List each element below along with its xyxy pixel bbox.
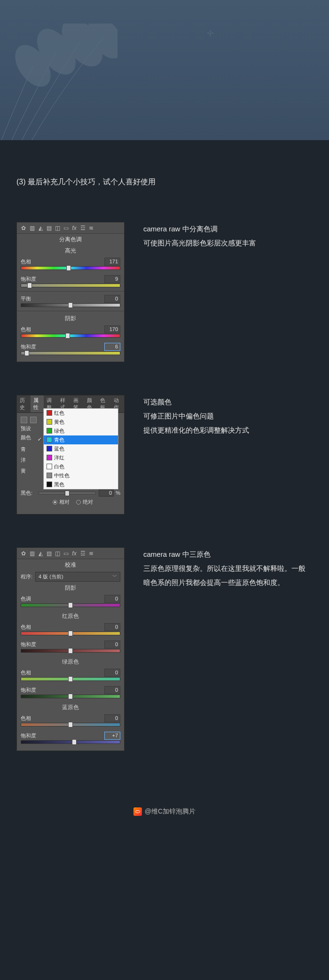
- credit-line: @维C加锌泡腾片: [0, 770, 329, 839]
- tab-properties[interactable]: 属性: [31, 395, 44, 412]
- opt-yellow[interactable]: 黄色: [44, 418, 118, 427]
- highlights-label: 高光: [17, 245, 124, 256]
- radio-relative[interactable]: [53, 500, 57, 505]
- credit-text: @维C加锌泡腾片: [145, 807, 196, 816]
- blue-sat-slider[interactable]: [21, 740, 120, 746]
- shadow-hue-slider[interactable]: [21, 334, 120, 340]
- red-sat-value[interactable]: 0: [104, 640, 120, 648]
- cal-desc-1: camera raw 中三原色: [143, 547, 308, 561]
- opt-red[interactable]: 红色: [44, 409, 118, 418]
- green-sat-value[interactable]: 0: [104, 686, 120, 694]
- highlight-hue-value[interactable]: 171: [104, 258, 120, 266]
- section-selective-color: 历史 属性 调整 样式 画笔 颜色 色板 动作 预设: [16, 395, 308, 514]
- calibration-icon-tabs[interactable]: ✿ ▥ ◭ ▤ ◫ ▭ fx ☲ ≋: [17, 548, 124, 559]
- cal-shadows-label: 阴影: [17, 583, 124, 593]
- black-slider[interactable]: [39, 492, 96, 494]
- selective-color-panel: 历史 属性 调整 样式 画笔 颜色 色板 动作 预设: [16, 395, 125, 514]
- calibration-icon[interactable]: ☲: [79, 550, 86, 557]
- hue-label: 色相: [21, 258, 39, 265]
- hsl-icon[interactable]: ▤: [45, 225, 53, 231]
- opt-green[interactable]: 绿色: [44, 427, 118, 435]
- split-toning-desc-1: camera raw 中分离色调: [143, 222, 308, 236]
- process-label: 程序:: [21, 573, 32, 580]
- highlight-hue-slider[interactable]: [21, 266, 120, 272]
- calibration-icon[interactable]: ☲: [79, 225, 86, 231]
- split-toning-panel: ✿ ▥ ◭ ▤ ◫ ▭ fx ☲ ≋ 分离色调 高光 色相 171: [16, 222, 125, 362]
- detail-icon[interactable]: ◭: [37, 550, 44, 557]
- balance-slider[interactable]: [21, 303, 120, 309]
- panel-title: 分离色调: [17, 234, 124, 245]
- effects-icon[interactable]: fx: [70, 550, 78, 557]
- chevron-down-icon: ﹀: [112, 573, 117, 580]
- shadows-label: 阴影: [17, 313, 124, 324]
- red-hue-slider[interactable]: [21, 632, 120, 637]
- presets-icon[interactable]: ≋: [87, 550, 95, 557]
- shadow-hue-label: 色相: [21, 326, 39, 333]
- section-calibration: ✿ ▥ ◭ ▤ ◫ ▭ fx ☲ ≋ 校准 程序: 4 版 (当前): [16, 547, 308, 751]
- tint-value[interactable]: 0: [104, 595, 120, 603]
- hsl-icon[interactable]: ▤: [45, 550, 53, 557]
- red-hue-value[interactable]: 0: [104, 623, 120, 631]
- tone-curve-icon[interactable]: ▥: [28, 225, 36, 231]
- color-dropdown[interactable]: 红色 黄色 绿色 ✓青色 蓝色 洋红 白色 中性色 黑色: [43, 408, 118, 490]
- green-sat-label: 饱和度: [21, 687, 39, 694]
- shadow-sat-slider[interactable]: [21, 351, 120, 357]
- black-slider-value[interactable]: 0: [99, 490, 114, 497]
- opt-cyan[interactable]: ✓青色: [44, 435, 118, 444]
- grass-left: [0, 24, 118, 140]
- effects-icon[interactable]: fx: [70, 225, 78, 231]
- shadow-sat-label: 饱和度: [21, 343, 39, 350]
- shadow-hue-value[interactable]: 170: [104, 325, 120, 333]
- radio-relative-label: 相对: [59, 499, 70, 505]
- red-sat-slider[interactable]: [21, 649, 120, 655]
- split-toning-icon[interactable]: ◫: [54, 225, 61, 231]
- balance-value[interactable]: 0: [104, 295, 120, 303]
- green-hue-slider[interactable]: [21, 677, 120, 683]
- blue-hue-slider[interactable]: [21, 723, 120, 728]
- green-hue-value[interactable]: 0: [104, 669, 120, 677]
- color-row-label: 颜色: [21, 434, 34, 441]
- opt-black[interactable]: 黑色: [44, 480, 118, 489]
- radio-absolute[interactable]: [76, 500, 81, 505]
- section-split-toning: ✿ ▥ ◭ ▤ ◫ ▭ fx ☲ ≋ 分离色调 高光 色相 171: [16, 222, 308, 362]
- presets-icon[interactable]: ≋: [87, 225, 95, 231]
- blue-sat-label: 饱和度: [21, 732, 39, 739]
- process-select[interactable]: 4 版 (当前) ﹀: [35, 572, 120, 582]
- calibration-panel: ✿ ▥ ◭ ▤ ◫ ▭ fx ☲ ≋ 校准 程序: 4 版 (当前): [16, 547, 125, 751]
- adjustment-icon[interactable]: [21, 417, 27, 423]
- selcolor-desc-1: 可选颜色: [143, 395, 308, 409]
- blue-sat-value[interactable]: +7: [104, 732, 120, 740]
- lens-icon[interactable]: ▭: [62, 225, 70, 231]
- selcolor-desc-3: 提供更精准化的色彩调整解决方式: [143, 423, 308, 437]
- detail-icon[interactable]: ◭: [37, 225, 44, 231]
- tint-label: 色调: [21, 595, 39, 602]
- opt-white[interactable]: 白色: [44, 462, 118, 471]
- process-value: 4 版 (当前): [39, 573, 63, 580]
- highlight-sat-value[interactable]: 9: [104, 275, 120, 283]
- split-toning-icon[interactable]: ◫: [54, 550, 61, 557]
- tone-curve-icon[interactable]: ▥: [28, 550, 36, 557]
- split-toning-desc-2: 可使图片高光阴影色彩层次感更丰富: [143, 236, 308, 250]
- green-hue-label: 色相: [21, 669, 39, 676]
- black-slider-label: 黑色:: [21, 490, 36, 497]
- intro-text: (3) 最后补充几个小技巧，试个人喜好使用: [16, 175, 308, 189]
- highlight-sat-slider[interactable]: [21, 284, 120, 289]
- hero-image: ✢: [0, 0, 329, 140]
- opt-neutral[interactable]: 中性色: [44, 471, 118, 480]
- opt-blue[interactable]: 蓝色: [44, 444, 118, 453]
- tab-history[interactable]: 历史: [17, 395, 31, 412]
- shadow-sat-value[interactable]: 6: [104, 343, 120, 351]
- red-primary-label: 红原色: [17, 611, 124, 622]
- opt-magenta[interactable]: 洋红: [44, 453, 118, 462]
- panel-icon-tabs[interactable]: ✿ ▥ ◭ ▤ ◫ ▭ fx ☲ ≋: [17, 222, 124, 234]
- aperture-icon[interactable]: ✿: [20, 550, 27, 557]
- aperture-icon[interactable]: ✿: [20, 225, 27, 231]
- green-sat-slider[interactable]: [21, 695, 120, 700]
- tint-slider[interactable]: [21, 603, 120, 609]
- green-primary-label: 绿原色: [17, 656, 124, 667]
- mask-icon[interactable]: [30, 417, 37, 423]
- selcolor-desc-2: 可修正图片中偏色问题: [143, 409, 308, 423]
- blue-hue-value[interactable]: 0: [104, 714, 120, 722]
- lens-icon[interactable]: ▭: [62, 550, 70, 557]
- saturation-label: 饱和度: [21, 276, 39, 283]
